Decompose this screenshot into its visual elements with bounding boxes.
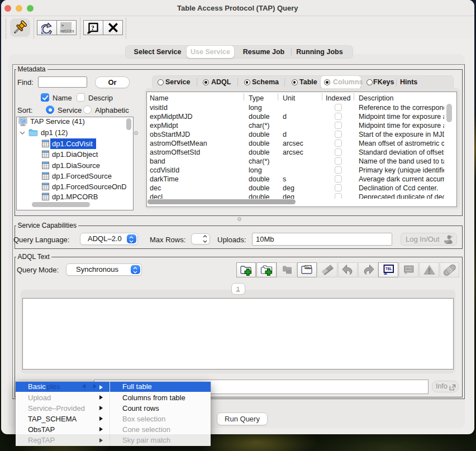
svg-text:COLS: COLS <box>406 267 413 271</box>
svg-text:?: ? <box>91 24 94 32</box>
svg-text:>: > <box>61 23 64 28</box>
svg-text:Abc: Abc <box>306 266 311 269</box>
svg-text:>stilts: >stilts <box>60 29 74 33</box>
svg-text:TBL: TBL <box>385 267 392 271</box>
